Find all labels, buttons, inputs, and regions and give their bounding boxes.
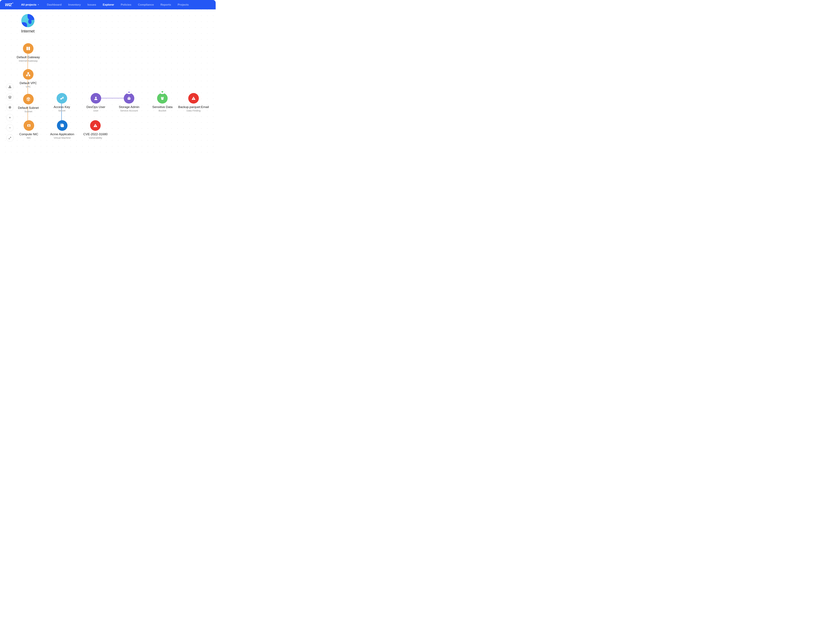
zoom-out-button[interactable] bbox=[6, 124, 14, 131]
node-title: Default VPC bbox=[20, 81, 37, 85]
bucket-icon bbox=[157, 93, 168, 103]
svg-point-49 bbox=[11, 88, 11, 88]
node-title: CVE-2022-31680 bbox=[83, 132, 108, 136]
node-sensitive[interactable]: Sensitive Data Bucket bbox=[152, 93, 173, 112]
node-app[interactable]: Acme Application Virtual Machine bbox=[50, 120, 74, 139]
node-subtitle: Subnet bbox=[25, 110, 32, 113]
svg-point-38 bbox=[128, 98, 129, 99]
main-nav: Dashboard Inventory Issues Explorer Poli… bbox=[47, 3, 189, 6]
vpc-icon bbox=[23, 69, 34, 80]
key-icon bbox=[57, 93, 67, 103]
svg-point-14 bbox=[29, 48, 29, 49]
svg-rect-17 bbox=[29, 75, 30, 76]
svg-line-52 bbox=[10, 86, 11, 88]
graph-canvas[interactable]: Internet Default Gateway Internet Gatewa… bbox=[0, 9, 216, 153]
svg-marker-53 bbox=[9, 96, 11, 97]
crown-badge-icon bbox=[127, 90, 131, 94]
node-subtitle: Secret bbox=[58, 109, 65, 112]
robot-icon bbox=[124, 93, 134, 103]
node-backup[interactable]: Backup.parquet:Email Data Finding bbox=[178, 93, 209, 112]
node-vpc[interactable]: Default VPC VPC bbox=[20, 69, 37, 88]
svg-point-45 bbox=[193, 99, 194, 99]
nav-policies[interactable]: Policies bbox=[121, 3, 131, 6]
locate-button[interactable] bbox=[6, 104, 14, 111]
node-subtitle: User bbox=[93, 109, 99, 112]
node-subtitle: Data Finding bbox=[187, 109, 201, 112]
svg-point-47 bbox=[9, 88, 9, 88]
vm-icon bbox=[57, 120, 68, 131]
node-title: Sensitive Data bbox=[152, 105, 173, 109]
svg-point-48 bbox=[9, 88, 10, 88]
node-title: Storage Admin bbox=[119, 105, 139, 109]
svg-rect-32 bbox=[61, 125, 64, 127]
svg-line-59 bbox=[10, 137, 11, 138]
nav-compliance[interactable]: Compliance bbox=[138, 3, 154, 6]
node-subtitle: Bucket bbox=[159, 109, 166, 112]
node-subtitle: VPC bbox=[26, 85, 31, 88]
node-title: Compute NIC bbox=[19, 132, 38, 136]
node-devops[interactable]: DevOps User User bbox=[87, 93, 105, 112]
svg-point-43 bbox=[161, 97, 163, 97]
svg-point-13 bbox=[27, 48, 28, 49]
globe-icon bbox=[21, 14, 34, 27]
nav-inventory[interactable]: Inventory bbox=[68, 3, 81, 6]
logo: WIZ✦ bbox=[5, 3, 13, 7]
node-title: Internet bbox=[21, 29, 34, 34]
zoom-in-button[interactable] bbox=[6, 114, 14, 121]
node-title: Default Gateway bbox=[17, 55, 40, 59]
svg-line-51 bbox=[9, 86, 10, 88]
svg-point-39 bbox=[129, 98, 130, 99]
layers-button[interactable] bbox=[6, 94, 14, 101]
subnet-icon bbox=[23, 94, 34, 105]
nav-reports[interactable]: Reports bbox=[161, 3, 171, 6]
node-storageadmin[interactable]: Storage Admin Service Account bbox=[119, 93, 139, 112]
node-title: Backup.parquet:Email bbox=[178, 105, 209, 109]
graph-layout-button[interactable] bbox=[6, 83, 14, 91]
svg-line-60 bbox=[9, 138, 10, 139]
svg-rect-37 bbox=[128, 97, 131, 100]
nav-explorer[interactable]: Explorer bbox=[103, 3, 114, 6]
svg-point-41 bbox=[129, 96, 129, 97]
node-subnet[interactable]: Default Subnet Subnet bbox=[18, 94, 39, 113]
nav-dashboard[interactable]: Dashboard bbox=[47, 3, 62, 6]
svg-rect-27 bbox=[28, 125, 29, 126]
nav-projects[interactable]: Projects bbox=[178, 3, 189, 6]
logo-text: WIZ bbox=[5, 3, 12, 7]
node-subtitle: Internet Gateway bbox=[19, 59, 38, 62]
svg-point-35 bbox=[95, 126, 96, 127]
svg-point-55 bbox=[9, 107, 11, 108]
node-accesskey[interactable]: Access Key Secret bbox=[54, 93, 70, 112]
node-subtitle: Vulnerability bbox=[89, 136, 102, 139]
svg-rect-15 bbox=[28, 72, 29, 74]
node-subtitle: Virtual Machine bbox=[54, 136, 71, 139]
node-title: Default Subnet bbox=[18, 106, 39, 110]
node-gateway[interactable]: Default Gateway Internet Gateway bbox=[17, 43, 40, 62]
node-title: Access Key bbox=[54, 105, 70, 109]
svg-rect-16 bbox=[26, 75, 28, 76]
alert-icon bbox=[188, 93, 199, 103]
node-title: Acme Application bbox=[50, 132, 74, 136]
alert-icon bbox=[90, 120, 100, 131]
diamond-badge-icon bbox=[161, 90, 164, 94]
node-cve[interactable]: CVE-2022-31680 Vulnerability bbox=[83, 120, 108, 139]
user-icon bbox=[91, 93, 101, 103]
node-title: DevOps User bbox=[87, 105, 105, 109]
logo-star-icon: ✦ bbox=[12, 2, 13, 4]
svg-point-36 bbox=[95, 97, 97, 98]
app-header: WIZ✦ All projects ▼ Dashboard Inventory … bbox=[0, 0, 216, 9]
fullscreen-button[interactable] bbox=[6, 134, 14, 142]
chevron-down-icon: ▼ bbox=[38, 4, 39, 5]
node-subtitle: Service Account bbox=[120, 109, 138, 112]
node-internet[interactable]: Internet bbox=[21, 14, 34, 34]
nav-issues[interactable]: Issues bbox=[88, 3, 96, 6]
project-selector-label: All projects bbox=[21, 3, 37, 6]
canvas-tools bbox=[6, 83, 14, 142]
node-nic[interactable]: Compute NIC NIC bbox=[19, 120, 38, 139]
gateway-icon bbox=[23, 43, 34, 54]
project-selector[interactable]: All projects ▼ bbox=[21, 3, 39, 6]
svg-point-46 bbox=[9, 86, 10, 86]
nic-icon bbox=[23, 120, 34, 131]
svg-point-22 bbox=[28, 99, 29, 100]
node-subtitle: NIC bbox=[27, 136, 31, 139]
